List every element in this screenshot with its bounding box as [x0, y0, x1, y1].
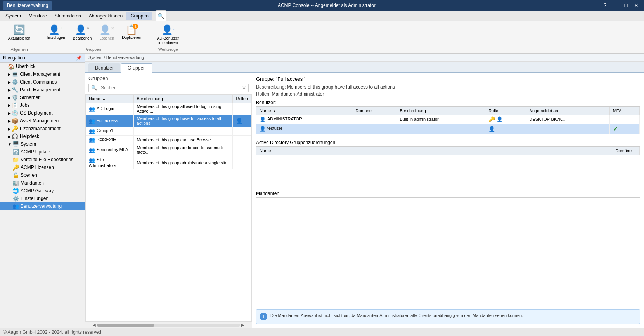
sidebar-item-mandanten[interactable]: 🏢 Mandanten [0, 179, 85, 187]
os-deployment-arrow: ▶ [8, 111, 11, 115]
table-row[interactable]: 👥Site Administrators Members of this gro… [86, 156, 251, 169]
group-icon: 👥 [89, 118, 95, 124]
row-name: 👥Secured by MFA [86, 144, 133, 156]
bcol-domane[interactable]: Domäne [352, 107, 396, 115]
groups-table: Name ▲ Beschreibung Rollen 👥AD Login Mem… [85, 94, 252, 322]
sidebar-item-helpdesk[interactable]: ▶ 🎧 Helpdesk [0, 132, 85, 140]
acmp-gateway-icon: 🌐 [12, 188, 19, 194]
loeschen-button[interactable]: 👤✕ Löschen [96, 23, 118, 42]
brow-beschreibung2 [396, 124, 485, 134]
row-name: 👥Gruppe1 [86, 127, 133, 136]
sidebar-item-uberblick[interactable]: 🏠 Überblick [0, 63, 85, 70]
table-row[interactable]: 👥Read-only Members of this group can use… [86, 136, 251, 144]
duplizieren-button[interactable]: 📋 2 Duplizieren [118, 23, 145, 42]
bcol-name[interactable]: Name ▲ [256, 107, 352, 115]
table-row[interactable]: 👥Gruppe1 [86, 127, 251, 136]
menu-stammdaten[interactable]: Stammdaten [51, 12, 85, 20]
table-row[interactable]: 👥Full access Members of this group have … [86, 115, 251, 127]
menu-abfrageaktionen[interactable]: Abfrageaktionen [85, 12, 126, 20]
title-bar-tab-benutzerverwaltung[interactable]: Benutzerverwaltung [3, 1, 52, 10]
brow-angemeldet2 [526, 124, 609, 134]
row-beschreibung: Members of this group are forced to use … [133, 144, 232, 156]
brow-angemeldet: DESKTOP-BK7K... [526, 115, 609, 124]
sidebar-item-acmp-gateway[interactable]: 🌐 ACMP Gateway [0, 187, 85, 195]
hinzufuegen-button[interactable]: 👤+ Hinzufügen [42, 23, 69, 42]
sidebar-item-jobs[interactable]: ▶ 📋 Jobs [0, 101, 85, 109]
title-bar: Benutzerverwaltung ACMP Console -- Angem… [0, 0, 644, 11]
benutzer-table: Name ▲ Domäne Beschreibung Rollen Angeme… [256, 107, 640, 134]
table-row[interactable]: 👤testuser 👤 ✔ [256, 124, 640, 134]
close-button[interactable]: ✕ [632, 2, 641, 9]
jobs-icon: 📋 [12, 102, 18, 108]
scroll-left-icon[interactable]: ◀ [92, 323, 97, 327]
sidebar-item-os-deployment[interactable]: ▶ 💿 OS Deployment [0, 109, 85, 117]
search-input[interactable] [99, 84, 240, 92]
sidebar-item-verteilte-file-repos[interactable]: 📁 Verteilte File Repositories [0, 156, 85, 164]
col-name[interactable]: Name ▲ [86, 95, 133, 103]
sidebar-item-sperren[interactable]: 🔒 Sperren [0, 171, 85, 179]
table-row[interactable]: 👥Secured by MFA Members of this group ar… [86, 144, 251, 156]
sidebar-item-patch-management[interactable]: ▶ 🔧 Patch Management [0, 86, 85, 94]
sidebar-item-acmp-lizenzen[interactable]: 🔑 ACMP Lizenzen [0, 164, 85, 171]
info-icon: i [260, 313, 267, 320]
sidebar-item-sicherheit[interactable]: ▶ 🛡️ Sicherheit [0, 94, 85, 101]
ad-table-wrap: Name Domäne [256, 146, 640, 185]
help-button[interactable]: ? [601, 2, 609, 9]
pin-icon[interactable]: 📌 [76, 55, 82, 61]
user-icon2: 👤 [260, 126, 266, 132]
menu-gruppen[interactable]: Gruppen [126, 12, 152, 20]
uberblick-icon: 🏠 [8, 63, 14, 70]
maximize-button[interactable]: □ [622, 2, 630, 9]
bcol-angemeldet[interactable]: Angemeldet an [526, 107, 609, 115]
bearbeiten-icon: 👤✏ [75, 24, 90, 35]
sidebar-item-benutzerverwaltung[interactable]: 👥 Benutzerverwaltung [0, 202, 85, 210]
left-pane: Gruppen 🔍 ✕ Name ▲ Beschreibung Rollen [85, 73, 252, 328]
menu-monitore[interactable]: Monitore [25, 12, 51, 20]
patch-management-arrow: ▶ [8, 88, 11, 92]
search-clear-icon[interactable]: ✕ [240, 84, 248, 92]
system-icon: 🖥️ [12, 141, 19, 147]
toolbar-group-werkzeuge: 👤↓ AD-Benutzer importieren Werkzeuge [151, 23, 186, 52]
horizontal-scrollbar[interactable]: ◀ ▶ [85, 322, 252, 328]
tab-benutzer[interactable]: Benutzer [88, 63, 120, 72]
toolbar-search-button[interactable]: 🔍 [156, 10, 166, 21]
sidebar-item-client-management[interactable]: ▶ 💻 Client Management [0, 70, 85, 78]
table-row[interactable]: 👥AD Login Members of this group allowed … [86, 103, 251, 115]
adcol-domane[interactable]: Domäne [407, 147, 640, 155]
aktualisieren-icon: 🔄 [14, 24, 25, 35]
sidebar-item-label-patch-management: Patch Management [20, 87, 60, 92]
sperren-icon: 🔒 [12, 172, 19, 178]
sidebar-item-system[interactable]: ▼ 🖥️ System [0, 140, 85, 148]
minimize-button[interactable]: — [611, 2, 621, 9]
table-row[interactable]: 👤ADMINISTRATOR Built-in administrator 🔑 … [256, 115, 640, 124]
right-pane: Gruppe: "Full access" Beschreibung: Memb… [252, 73, 644, 328]
col-rollen[interactable]: Rollen [232, 95, 251, 103]
row-beschreibung: Members of this group have full access t… [133, 115, 232, 127]
bearbeiten-button[interactable]: 👤✏ Bearbeiten [69, 23, 95, 42]
sidebar-item-lizenzmanagement[interactable]: ▶ 🔑 Lizenzmanagement [0, 125, 85, 132]
row-rollen [232, 144, 251, 156]
footer-text: © Aagon GmbH 2002 - 2024, all rights res… [3, 329, 101, 335]
aktualisieren-button[interactable]: 🔄 Aktualisieren [5, 23, 34, 42]
menu-system[interactable]: System [2, 12, 25, 20]
groups-table-element: Name ▲ Beschreibung Rollen 👥AD Login Mem… [86, 95, 251, 169]
ad-table: Name Domäne [256, 147, 640, 155]
sidebar-item-einstellungen[interactable]: ⚙️ Einstellungen [0, 195, 85, 202]
beschreibung-value: Members of this group have full access t… [287, 84, 395, 90]
ad-benutzer-button[interactable]: 👤↓ AD-Benutzer importieren [153, 23, 183, 47]
bcol-rollen[interactable]: Rollen [485, 107, 526, 115]
adcol-name[interactable]: Name [256, 147, 407, 155]
bearbeiten-label: Bearbeiten [73, 36, 92, 40]
sidebar-item-client-commands[interactable]: ▶ ⚙️ Client Commands [0, 78, 85, 86]
tab-gruppen[interactable]: Gruppen [121, 63, 152, 73]
scroll-track [97, 324, 240, 327]
bcol-mfa[interactable]: MFA [609, 107, 639, 115]
row-name: 👥Site Administrators [86, 156, 133, 169]
toolbar-group-gruppen-label: Gruppen [42, 47, 145, 52]
row-beschreibung: Members of this group administrate a sin… [133, 156, 232, 169]
sidebar-item-acmp-update[interactable]: 🔄 ACMP Update [0, 148, 85, 156]
sidebar-item-asset-management[interactable]: ▶ 📦 Asset Management [0, 117, 85, 125]
col-beschreibung[interactable]: Beschreibung [133, 95, 232, 103]
bcol-beschreibung[interactable]: Beschreibung [396, 107, 485, 115]
scroll-right-icon[interactable]: ▶ [240, 323, 246, 327]
